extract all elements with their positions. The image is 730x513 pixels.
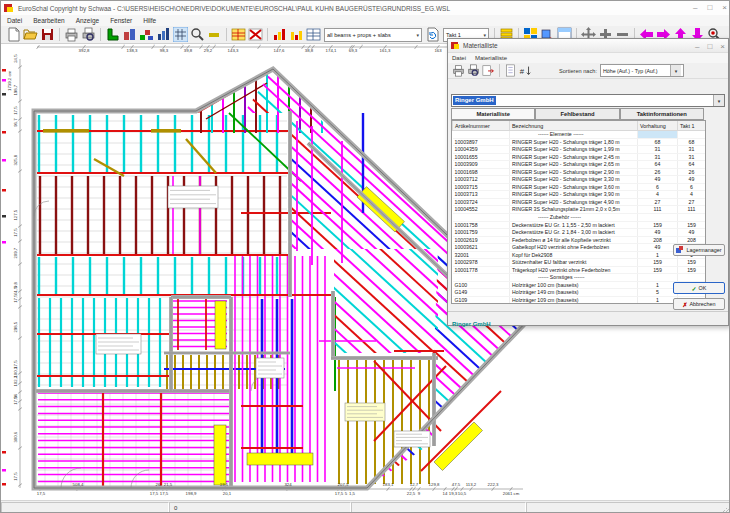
dimension-label: 113,2	[466, 482, 476, 487]
dialog-menu-datei[interactable]: Datei	[452, 55, 466, 61]
table-row[interactable]: 10003713RINGER Super H20 - Schalungs trä…	[453, 191, 706, 199]
menu-bar: Datei Bearbeiten Anzeige Fenster Hilfe	[1, 15, 730, 26]
dimension-label: 300,6	[13, 432, 18, 443]
tab-taktinformationen[interactable]: Taktinformationen	[620, 108, 704, 120]
lagermanager-button[interactable]: Lagermanager	[673, 244, 725, 256]
table-row[interactable]: 10003724RINGER Super H20 - Schalungs trä…	[453, 198, 706, 206]
grid-icon[interactable]	[173, 27, 188, 42]
col-vorhaltung[interactable]: Vorhaltung	[638, 121, 678, 131]
toolbar-separator	[100, 28, 101, 41]
menu-hilfe[interactable]: Hilfe	[143, 17, 156, 24]
save-icon[interactable]	[40, 27, 55, 42]
table-row[interactable]: 10003897RINGER Super H20 - Schalungs trä…	[453, 138, 706, 146]
dialog-menu-materialliste[interactable]: Materialliste	[475, 55, 507, 61]
tably-icon[interactable]	[231, 27, 246, 42]
dimension-label: 24,5	[13, 54, 18, 62]
dimension-label: 5	[345, 491, 347, 496]
col-takt1[interactable]: Takt 1	[678, 121, 706, 131]
rfr-icon[interactable]	[425, 27, 440, 42]
title-bar: EuroSchal Copyright by Schwaa - C:\USERS…	[1, 1, 730, 16]
print-icon[interactable]	[452, 64, 465, 77]
dimension-label: 17,5	[13, 396, 18, 404]
dialog-title-bar: Materialliste – □ ×	[448, 39, 728, 53]
dimension-label: 102,2	[13, 376, 18, 387]
table-group-row[interactable]: ------ Zubehör ------	[453, 214, 706, 222]
cancel-button[interactable]: ✗ Abbrechen	[673, 298, 725, 310]
table-group-row[interactable]: ------ Sonstiges ------	[453, 274, 706, 282]
print-icon[interactable]	[64, 27, 79, 42]
dialog-minimize-button[interactable]: –	[695, 41, 699, 53]
table-row[interactable]: G100Holzträger 100 cm (bauseits)11	[453, 281, 706, 289]
dialog-close-button[interactable]: ×	[720, 41, 725, 53]
table-row[interactable]: 10003909RINGER Super H20 - Schalungs trä…	[453, 161, 706, 169]
chr-icon[interactable]	[272, 27, 287, 42]
table-row[interactable]: 10002619Federbolzen ø 14 für alle Kopfte…	[453, 236, 706, 244]
dimension-label: 198,7	[13, 85, 18, 96]
sort-combobox[interactable]: Höhe (Auf.) - Typ (Auf.) ▾	[600, 64, 684, 77]
table-row[interactable]: 10001778Trägerkopf H20 verzinkt ohne Fed…	[453, 266, 706, 274]
beams-combobox[interactable]: all beams + props + slabs▾	[324, 28, 422, 42]
mag-icon[interactable]	[190, 27, 205, 42]
toolbar-separator	[267, 28, 268, 41]
dimension-label: 47,5	[452, 482, 460, 487]
lgreen-icon[interactable]	[105, 27, 120, 42]
menu-bearbeiten[interactable]: Bearbeiten	[33, 17, 64, 24]
table-row[interactable]: G149Holzträger 149 cm (bauseits)55	[453, 289, 706, 297]
open-icon[interactable]	[23, 27, 38, 42]
table-row[interactable]: G109Holzträger 109 cm (bauseits)11	[453, 297, 706, 304]
table-row[interactable]: 10001759Deckenstütze EU Gr. 2 1,84 - 3,0…	[453, 229, 706, 237]
srt-icon[interactable]: #	[519, 64, 532, 77]
col-artikelnummer[interactable]: Artikelnummer	[453, 121, 510, 131]
dialog-maximize-button[interactable]: □	[707, 41, 712, 53]
dimension-label: 147,6	[274, 48, 285, 53]
tabb-icon[interactable]	[306, 27, 321, 42]
table-row[interactable]: 10004552RINGER 3S Schalungsplatte 21mm 2…	[453, 206, 706, 214]
menu-anzeige[interactable]: Anzeige	[76, 17, 100, 24]
table-row[interactable]: 10001698RINGER Super H20 - Schalungs trä…	[453, 168, 706, 176]
table-row[interactable]: 10003712RINGER Super H20 - Schalungs trä…	[453, 176, 706, 184]
table-row[interactable]: 10001758Deckenstütze EU Gr. 1 1,55 - 2,5…	[453, 221, 706, 229]
chevron-down-icon[interactable]: ▾	[413, 32, 419, 38]
company-dropdown-arrow[interactable]: ▾	[713, 95, 724, 106]
tabrx-icon[interactable]	[248, 27, 263, 42]
menu-fenster[interactable]: Fenster	[110, 17, 132, 24]
menu-datei[interactable]: Datei	[7, 17, 22, 24]
neu-icon[interactable]	[6, 27, 21, 42]
dash-icon[interactable]	[207, 27, 222, 42]
chart-icon[interactable]	[156, 27, 171, 42]
dimension-label: 10,5	[458, 491, 466, 496]
doc-icon[interactable]	[504, 64, 517, 77]
exp-icon[interactable]	[482, 64, 495, 77]
tab-fehlbestand[interactable]: Fehlbestand	[535, 108, 619, 120]
bld-icon[interactable]	[122, 27, 137, 42]
resize-grip[interactable]	[721, 505, 730, 513]
dimension-label: 98,3	[160, 48, 168, 53]
app-icon	[4, 3, 14, 13]
table-row[interactable]: 10001655RINGER Super H20 - Schalungs trä…	[453, 153, 706, 161]
company-combobox[interactable]: Ringer GmbH ▾	[451, 94, 725, 107]
cancel-label: Abbrechen	[689, 301, 715, 307]
ok-button[interactable]: ✓ OK	[673, 282, 725, 294]
close-button[interactable]: ×	[722, 2, 727, 14]
table-group-row[interactable]: ------ Elemente ------	[453, 131, 706, 139]
dimension-label: 26	[156, 482, 161, 487]
combo-value: Takt 1	[446, 32, 461, 38]
table-row[interactable]: 10003621Gabelkopf H20 verzinkt ohne Fede…	[453, 244, 706, 252]
table-row[interactable]: 10004359RINGER Super H20 - Schalungs trä…	[453, 146, 706, 154]
tab-materialliste[interactable]: Materialliste	[451, 108, 535, 120]
sort-dropdown-arrow[interactable]: ▾	[670, 65, 681, 76]
dimension-label: 17,5	[13, 106, 18, 114]
col-bezeichnung[interactable]: Bezeichnung	[510, 121, 638, 131]
prev-icon[interactable]	[467, 64, 480, 77]
table-row[interactable]: 32001Kopf für Dek290811	[453, 251, 706, 259]
material-table[interactable]: Artikelnummer Bezeichnung Vorhaltung Tak…	[451, 120, 706, 304]
chevron-down-icon[interactable]: ▾	[480, 32, 486, 38]
prev-icon[interactable]	[81, 27, 96, 42]
blocks-icon[interactable]	[139, 27, 154, 42]
table-row[interactable]: 10002978Stützenhalter EU faltbar verzink…	[453, 259, 706, 267]
chy-icon[interactable]	[289, 27, 304, 42]
minimize-button[interactable]: –	[693, 2, 697, 14]
toolbar-separator	[499, 64, 500, 77]
table-row[interactable]: 10003715RINGER Super H20 - Schalungs trä…	[453, 183, 706, 191]
maximize-button[interactable]: □	[707, 2, 712, 14]
